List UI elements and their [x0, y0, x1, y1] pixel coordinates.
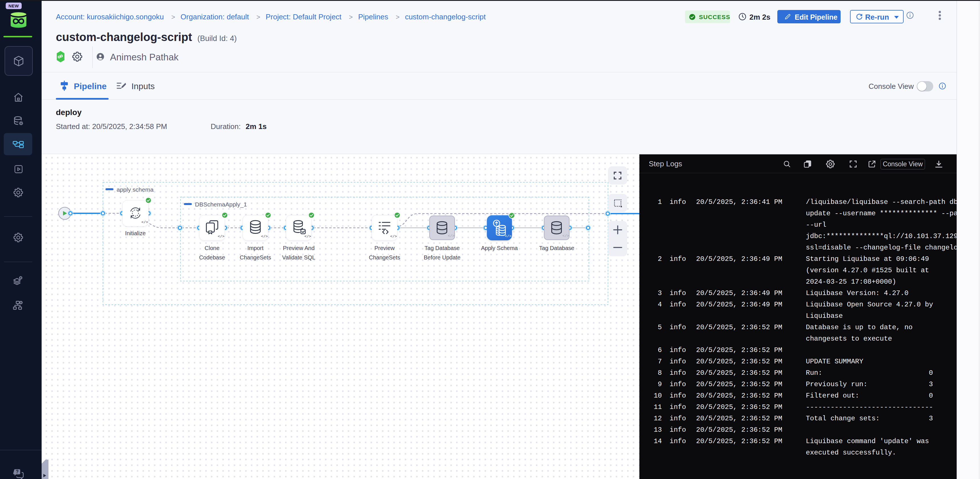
svg-text:?: ? [16, 469, 19, 474]
svg-text:DBSchemaApply_1: DBSchemaApply_1 [195, 201, 247, 208]
svg-text:apply schema: apply schema [116, 186, 154, 193]
